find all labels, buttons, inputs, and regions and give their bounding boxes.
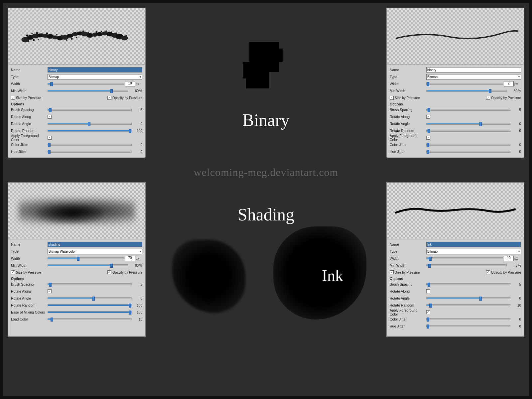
mw-pct-bl: % [139,264,142,267]
rr-track-tl[interactable] [48,130,132,132]
rangt-tr[interactable] [426,123,510,125]
rang-label-br: Rotate Angle [390,296,426,300]
ink-blob-right [273,226,366,320]
bst-br[interactable] [426,283,510,285]
svg-rect-47 [246,78,256,88]
brush-spacing-label-tl: Brush Spacing [11,108,48,112]
size-p-cb-tr[interactable]: ✓ [390,96,394,100]
width-label-bl: Width [11,256,48,260]
apply-fg-row-tl: Apply Foreground Color ✓ [11,135,142,141]
hj-label-tr: Hue Jitter [390,150,426,154]
min-width-row: Min Width 80 % [11,88,142,94]
watermark-text: welcoming-meg.deviantart.com [194,166,338,179]
cj-label-br: Color Jitter [390,317,426,321]
svg-point-35 [87,32,89,34]
svg-point-24 [41,33,43,35]
bs-label-br: Brush Spacing [390,282,426,286]
cjt-tr[interactable] [426,144,510,146]
hjt-br[interactable] [426,325,510,327]
apply-fg-checkbox-tl[interactable]: ✓ [48,136,52,140]
type-row-br: Type Bitmap ▼ [390,248,521,254]
op-cb-br[interactable]: ✓ [486,270,490,274]
options-title-tl: Options [11,102,142,106]
rrt-bl[interactable] [48,304,132,306]
name-input-bl[interactable] [48,242,142,247]
sp-label-bl: Size by Pressure [16,271,41,274]
sp-cb-bl[interactable]: ✓ [11,270,15,274]
ra-cb-tr[interactable]: ✓ [426,115,430,119]
bst-bl[interactable] [48,283,132,285]
size-p-wrap-tr: ✓ Size by Pressure [390,96,420,100]
sp-cb-br[interactable]: ✓ [390,270,394,274]
min-width-track[interactable] [48,90,128,92]
name-input-br[interactable] [426,242,521,247]
color-jitter-row-tl: Color Jitter 0 [11,142,142,148]
cj-val-br: 0 [512,318,521,321]
rrand-slider-tr [426,130,510,132]
rangt-bl[interactable] [48,297,132,299]
ra-cb-bl[interactable]: ✓ [48,289,52,293]
type-select-tl[interactable]: Bitmap [48,74,142,80]
op-cb-bl[interactable]: ✓ [107,270,111,274]
sp-wrap-bl: ✓ Size by Pressure [11,270,41,274]
hue-jitter-row-tl: Hue Jitter 0 [11,149,142,155]
options-title-tr: Options [390,102,521,106]
ra-track-tl[interactable] [48,123,132,125]
bs-slider-br [426,283,510,285]
op-wrap-bl: ✓ Opacity by Pressure [107,270,142,274]
cj-row-tr: Color Jitter 0 [390,142,521,148]
afg-label-br: Apply Foreground Color [390,308,426,316]
width-track[interactable] [48,83,124,85]
options-title-bl: Options [11,277,142,281]
loadt-bl[interactable] [48,318,132,320]
type-select-bl[interactable]: Bitmap Watercolor [48,249,142,254]
mw-track-tr[interactable] [426,90,507,92]
name-label-bl: Name [11,242,48,246]
name-label: Name [11,68,48,72]
afg-cb-br[interactable]: ✓ [426,310,430,314]
rangt-br[interactable] [426,297,510,299]
settings-br: Name Type Bitmap ▼ Width [387,239,524,336]
width-unit-tr: px [514,82,521,86]
w-track-tr[interactable] [426,83,503,85]
cj-label-tr: Color Jitter [390,143,426,147]
opacity-p-cb-tr[interactable]: ✓ [486,96,490,100]
opacity-pressure-checkbox[interactable]: ✓ [107,96,111,100]
color-jitter-slider-tl [48,144,132,146]
min-width-row-bl: Min Width 80 % [11,262,142,268]
type-row-bl: Type Bitmap Watercolor ▼ [11,248,142,254]
hj-row-br: Hue Jitter 0 [390,323,521,329]
hj-track-tl[interactable] [48,151,132,153]
mwt-bl[interactable] [48,264,128,266]
cj-slider-br [426,318,510,320]
rrt-br[interactable] [426,304,510,306]
ra-cb-br[interactable] [426,289,430,293]
cjt-br[interactable] [426,318,510,320]
svg-point-25 [46,33,48,35]
type-select-tr[interactable]: Bitmap [426,74,521,80]
mw-pct-br: % [518,264,521,267]
brush-preview-binary [8,8,145,65]
mwt-br[interactable] [426,264,507,266]
cj-slider-tr [426,144,510,146]
cj-track-tl[interactable] [48,144,132,146]
rotate-along-checkbox-tl[interactable]: ✓ [48,115,52,119]
hjt-tr[interactable] [426,151,510,153]
opacity-p-wrap-tr: ✓ Opacity by Pressure [486,96,521,100]
wt-bl[interactable] [48,257,124,259]
name-input-tr[interactable] [426,67,521,72]
size-pressure-checkbox[interactable]: ✓ [11,96,15,100]
bs-slider-tr [426,109,510,111]
bs-val-bl: 5 [133,283,142,286]
svg-point-41 [121,34,122,36]
name-input-tl[interactable] [48,67,142,72]
rrt-tr[interactable] [426,130,510,132]
afg-cb-tr[interactable]: ✓ [426,136,430,140]
hue-jitter-slider-tl [48,151,132,153]
svg-point-38 [105,31,107,33]
wt-br[interactable] [426,257,503,259]
type-select-br[interactable]: Bitmap [426,249,521,254]
bs-track-tl[interactable] [48,109,132,111]
bst-tr[interactable] [426,109,510,111]
easet-bl[interactable] [48,311,132,313]
